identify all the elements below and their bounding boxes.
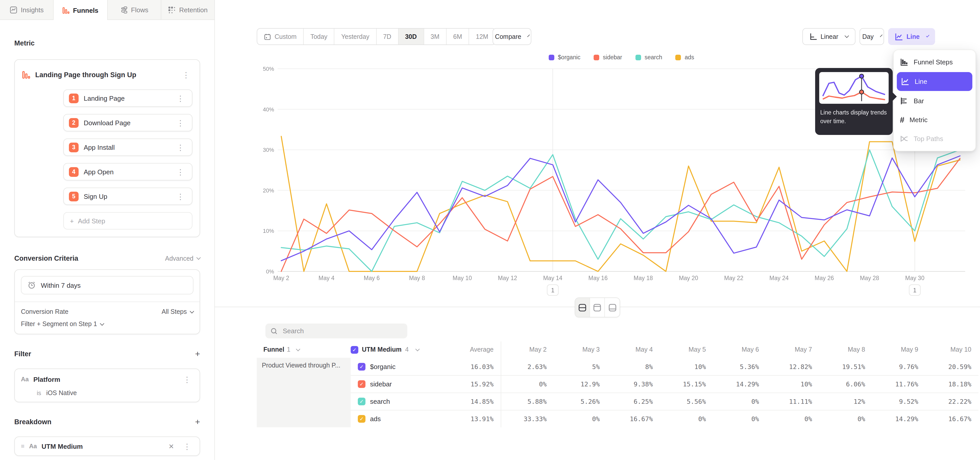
series-value-cell: 5.88%	[501, 393, 554, 410]
tab-flows-label: Flows	[131, 6, 148, 14]
step-kebab-icon[interactable]: ⋮	[174, 93, 187, 103]
add-step-button[interactable]: + Add Step	[63, 212, 192, 230]
series-row-name[interactable]: ✓sidebar	[351, 375, 448, 393]
advanced-toggle[interactable]: Advanced	[165, 255, 200, 262]
range-label: 7D	[383, 33, 391, 40]
range-12m[interactable]: 12M	[469, 29, 495, 45]
step-kebab-icon[interactable]: ⋮	[174, 142, 187, 152]
filter-operator[interactable]: is	[37, 390, 41, 397]
interval-label: Day	[862, 33, 873, 40]
funnel-step-row[interactable]: 1Landing Page⋮	[63, 89, 192, 107]
series-line-ads[interactable]	[281, 136, 960, 272]
step-kebab-icon[interactable]: ⋮	[174, 118, 187, 128]
x-axis-label: May 22	[724, 275, 743, 281]
insights-icon	[10, 6, 17, 14]
filter-property[interactable]: Platform	[33, 375, 176, 383]
conversion-rate-select[interactable]: All Steps	[162, 308, 193, 315]
menu-item-top-paths[interactable]: Top Paths	[894, 129, 975, 148]
range-label: Yesterday	[341, 33, 369, 40]
legend-item[interactable]: search	[635, 54, 662, 60]
y-axis-label: 50%	[263, 65, 274, 72]
series-checkbox[interactable]: ✓	[358, 415, 366, 423]
funnel-step-row[interactable]: 2Download Page⋮	[63, 114, 192, 131]
legend-swatch	[593, 54, 599, 60]
series-value-cell: 0%	[819, 410, 872, 427]
breakdown-property[interactable]: UTM Medium	[41, 442, 162, 450]
layout-split-toggle[interactable]	[575, 298, 590, 317]
add-filter-button[interactable]: +	[195, 350, 200, 358]
step-kebab-icon[interactable]: ⋮	[174, 167, 187, 177]
drag-handle-icon[interactable]: ≡	[21, 442, 24, 450]
metric-card: Landing Page through Sign Up ⋮ 1Landing …	[14, 59, 200, 237]
series-checkbox[interactable]: ✓	[358, 363, 366, 370]
conversion-rate-label: Conversion Rate	[21, 308, 68, 315]
series-value-cell: 8%	[607, 358, 660, 375]
series-checkbox[interactable]: ✓	[358, 380, 366, 388]
range-3m[interactable]: 3M	[424, 29, 447, 45]
filter-kebab-icon[interactable]: ⋮	[181, 374, 193, 384]
compare-button[interactable]: Compare	[493, 28, 531, 45]
series-row-name[interactable]: ✓search	[351, 393, 448, 410]
tab-flows[interactable]: Flows	[107, 0, 161, 19]
layout-table-toggle[interactable]	[605, 298, 620, 317]
tab-funnels[interactable]: Funnels	[54, 0, 108, 21]
table-group-header[interactable]: Funnel1	[257, 346, 351, 353]
tab-insights[interactable]: Insights	[0, 0, 54, 19]
menu-item-metric[interactable]: # Metric	[894, 110, 975, 129]
range-custom[interactable]: Custom	[257, 29, 304, 45]
breakdown-kebab-icon[interactable]: ⋮	[181, 441, 193, 451]
menu-item-bar[interactable]: Bar	[894, 91, 975, 110]
range-today[interactable]: Today	[304, 29, 334, 45]
search-input[interactable]	[282, 327, 402, 335]
menu-item-line[interactable]: Line	[897, 72, 972, 91]
filter-card: Aa Platform ⋮ is iOS Native	[14, 369, 200, 402]
legend-item[interactable]: ads	[676, 54, 694, 60]
range-7d[interactable]: 7D	[376, 29, 398, 45]
step-kebab-icon[interactable]: ⋮	[174, 192, 187, 201]
x-axis-label: May 14	[543, 275, 563, 281]
add-step-label: Add Step	[78, 217, 105, 225]
series-line-sidebar[interactable]	[281, 158, 960, 272]
range-yesterday[interactable]: Yesterday	[334, 29, 376, 45]
layout-chart-toggle[interactable]	[590, 298, 605, 317]
metric-kebab-icon[interactable]: ⋮	[180, 70, 192, 80]
checkbox-checked-icon[interactable]: ✓	[351, 346, 358, 353]
table-group-cell[interactable]: Product Viewed through P...	[257, 358, 351, 427]
funnel-step-row[interactable]: 5Sign Up⋮	[63, 188, 192, 205]
breakdown-card: ≡ Aa UTM Medium ✕ ⋮	[14, 436, 200, 456]
series-value-cell: 14.29%	[713, 375, 766, 393]
legend-swatch	[635, 54, 641, 60]
chart-type-select[interactable]: Line	[888, 28, 935, 45]
add-breakdown-button[interactable]: +	[195, 418, 200, 426]
bar-chart-icon	[900, 97, 908, 105]
y-axis-label: 10%	[263, 228, 274, 234]
filter-segment-toggle[interactable]: Filter + Segment on Step 1	[21, 315, 193, 330]
series-value-cell: 5.36%	[713, 358, 766, 375]
series-checkbox[interactable]: ✓	[358, 398, 366, 405]
legend-label: search	[645, 54, 662, 60]
funnel-steps-list: 1Landing Page⋮2Download Page⋮3App Instal…	[63, 89, 192, 205]
conversion-window-field[interactable]: Within 7 days	[21, 276, 193, 294]
interval-select[interactable]: Day	[859, 28, 884, 45]
range-label: Today	[310, 33, 328, 40]
legend-item[interactable]: sidebar	[593, 54, 622, 60]
range-6m[interactable]: 6M	[447, 29, 469, 45]
menu-item-funnel-steps[interactable]: Funnel Steps	[894, 53, 975, 72]
retention-icon	[168, 6, 176, 14]
range-30d[interactable]: 30D	[398, 29, 424, 45]
conversion-criteria-heading: Conversion Criteria	[14, 254, 78, 262]
remove-breakdown-icon[interactable]: ✕	[166, 441, 176, 451]
table-breakdown-header[interactable]: ✓UTM Medium4	[351, 346, 448, 353]
metric-hash-icon: #	[900, 116, 904, 124]
funnel-step-row[interactable]: 3App Install⋮	[63, 139, 192, 156]
funnel-step-row[interactable]: 4App Open⋮	[63, 163, 192, 180]
series-line-search[interactable]	[281, 150, 960, 272]
range-label: Custom	[275, 33, 297, 40]
legend-item[interactable]: $organic	[549, 54, 580, 60]
series-value-cell: 9.52%	[872, 393, 925, 410]
series-row-name[interactable]: ✓ads	[351, 410, 448, 427]
tab-retention[interactable]: Retention	[161, 0, 215, 19]
filter-value[interactable]: iOS Native	[46, 390, 77, 397]
scale-select[interactable]: Linear	[802, 28, 856, 45]
series-row-name[interactable]: ✓$organic	[351, 358, 448, 375]
